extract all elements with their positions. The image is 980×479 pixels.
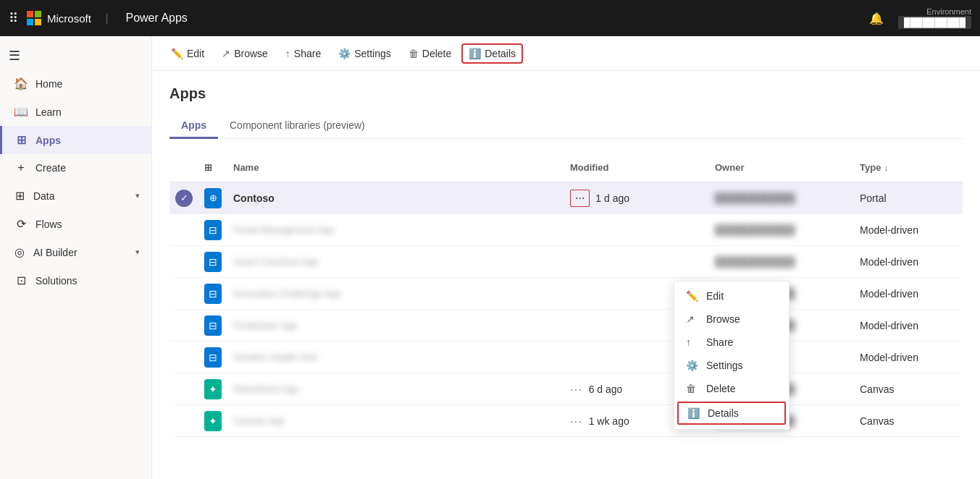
ai-builder-icon: ◎ bbox=[14, 245, 26, 259]
menu-item-delete[interactable]: 🗑 Delete bbox=[674, 377, 789, 400]
delete-icon: 🗑 bbox=[409, 48, 419, 59]
row-name: Asset Checkout App bbox=[227, 253, 564, 270]
waffle-icon[interactable]: ⠿ bbox=[9, 10, 18, 26]
data-icon: ⊞ bbox=[14, 189, 26, 203]
settings-icon: ⚙️ bbox=[686, 360, 699, 371]
sidebar-item-label: Learn bbox=[35, 106, 62, 118]
sidebar-item-label: AI Builder bbox=[33, 247, 135, 258]
toolbar: ✏️ Edit ↗ Browse ↑ Share ⚙️ Settings 🗑 D… bbox=[152, 36, 980, 71]
info-icon: ℹ️ bbox=[687, 407, 700, 419]
row-type: Model-driven bbox=[854, 253, 963, 271]
row-icon: ⊟ bbox=[198, 281, 227, 307]
sidebar: ☰ 🏠 Home 📖 Learn ⊞ Apps + Create ⊞ Data … bbox=[0, 36, 152, 479]
col-type[interactable]: Type ↓ bbox=[854, 159, 963, 176]
sort-icon: ↓ bbox=[884, 164, 888, 172]
table-row[interactable]: ⊟ Asset Checkout App ████████████ Model-… bbox=[169, 246, 963, 278]
table-row[interactable]: ⊟ Innovation Challenge App ████████████ … bbox=[169, 278, 963, 310]
browse-label: Browse bbox=[234, 48, 268, 59]
col-owner[interactable]: Owner bbox=[709, 159, 854, 176]
row-check bbox=[169, 355, 198, 360]
row-check: ✓ bbox=[169, 187, 198, 210]
row-icon: ⊕ bbox=[198, 185, 227, 211]
table-row[interactable]: ✦ SharePoint App ··· 6 d ago ███████████… bbox=[169, 373, 963, 405]
row-type: Model-driven bbox=[854, 221, 963, 239]
row-name: Solution Health Hub bbox=[227, 349, 564, 365]
row-owner: ████████████ bbox=[709, 221, 854, 238]
col-name[interactable]: Name bbox=[227, 159, 564, 176]
table-row[interactable]: ⊟ Portal Management App ████████████ Mod… bbox=[169, 214, 963, 246]
row-check bbox=[169, 227, 198, 233]
learn-icon: 📖 bbox=[14, 105, 28, 119]
microsoft-text: Microsoft bbox=[47, 12, 91, 25]
tab-component-libraries[interactable]: Component libraries (preview) bbox=[218, 114, 377, 139]
row-owner: ████████████ bbox=[709, 253, 854, 270]
menu-item-details[interactable]: ℹ️ Details bbox=[677, 402, 786, 425]
sidebar-item-ai-builder[interactable]: ◎ AI Builder ▾ bbox=[0, 238, 151, 266]
edit-button[interactable]: ✏️ Edit bbox=[164, 43, 212, 64]
share-icon: ↑ bbox=[686, 336, 699, 348]
app-icon: ⊟ bbox=[204, 252, 222, 272]
row-icon: ✦ bbox=[198, 376, 227, 402]
app-icon: ⊕ bbox=[204, 188, 222, 208]
col-modified[interactable]: Modified bbox=[564, 159, 709, 176]
row-modified bbox=[564, 227, 709, 233]
row-type: Canvas bbox=[854, 381, 963, 398]
row-name: Innovation Challenge App bbox=[227, 285, 564, 302]
share-icon: ↑ bbox=[285, 48, 290, 59]
environment-label: Environment bbox=[926, 7, 971, 16]
info-icon: ℹ️ bbox=[469, 48, 481, 59]
grid-icon: ⊞ bbox=[204, 162, 212, 173]
share-button[interactable]: ↑ Share bbox=[278, 43, 328, 64]
delete-button[interactable]: 🗑 Delete bbox=[401, 43, 458, 64]
browse-icon: ↗ bbox=[686, 313, 699, 325]
sidebar-item-learn[interactable]: 📖 Learn bbox=[0, 98, 151, 126]
sidebar-item-label: Home bbox=[35, 78, 62, 90]
sidebar-item-flows[interactable]: ⟳ Flows bbox=[0, 210, 151, 238]
sidebar-item-home[interactable]: 🏠 Home bbox=[0, 69, 151, 98]
table-row[interactable]: ⊟ Solution Health Hub ██████ Model-drive… bbox=[169, 342, 963, 373]
sidebar-toggle[interactable]: ☰ bbox=[0, 42, 151, 69]
menu-item-settings[interactable]: ⚙️ Settings bbox=[674, 354, 789, 377]
row-modified bbox=[564, 259, 709, 265]
row-owner: ████████████ bbox=[709, 190, 854, 206]
app-title: Power Apps bbox=[125, 12, 187, 25]
row-type: Canvas bbox=[854, 412, 963, 430]
sidebar-item-label: Flows bbox=[35, 219, 62, 230]
row-type: Model-driven bbox=[854, 317, 963, 334]
sidebar-item-apps[interactable]: ⊞ Apps bbox=[0, 126, 151, 154]
row-name: Contoso bbox=[227, 190, 564, 207]
content-area: Apps Apps Component libraries (preview) … bbox=[152, 71, 980, 479]
menu-item-browse[interactable]: ↗ Browse bbox=[674, 308, 789, 331]
app-icon: ⊟ bbox=[204, 347, 222, 368]
settings-label: Settings bbox=[354, 48, 391, 59]
table-row[interactable]: ✦ Canvas App ··· 1 wk ago ████████████ C… bbox=[169, 405, 963, 437]
settings-button[interactable]: ⚙️ Settings bbox=[331, 43, 398, 64]
menu-item-share[interactable]: ↑ Share bbox=[674, 331, 789, 354]
sidebar-item-solutions[interactable]: ⊡ Solutions bbox=[0, 266, 151, 294]
sidebar-item-create[interactable]: + Create bbox=[0, 154, 151, 182]
delete-icon: 🗑 bbox=[686, 383, 699, 394]
row-name: Portal Management App bbox=[227, 221, 564, 238]
edit-label: Edit bbox=[187, 48, 204, 59]
browse-button[interactable]: ↗ Browse bbox=[214, 43, 275, 64]
create-icon: + bbox=[14, 161, 28, 174]
menu-item-edit[interactable]: ✏️ Edit bbox=[674, 284, 789, 308]
tab-apps[interactable]: Apps bbox=[169, 114, 218, 139]
app-icon: ✦ bbox=[204, 411, 222, 431]
table-row[interactable]: ⊟ Fundraiser App ████████████ Model-driv… bbox=[169, 310, 963, 342]
more-options-button[interactable]: ··· bbox=[570, 190, 590, 207]
sidebar-item-data[interactable]: ⊞ Data ▾ bbox=[0, 182, 151, 210]
notifications-icon[interactable]: 🔔 bbox=[869, 12, 884, 25]
row-icon: ✦ bbox=[198, 408, 227, 434]
sidebar-item-label: Solutions bbox=[35, 275, 78, 287]
row-check bbox=[169, 418, 198, 424]
environment-selector[interactable]: Environment ██████████ bbox=[898, 7, 971, 29]
app-icon: ⊟ bbox=[204, 220, 222, 240]
table-row[interactable]: ✓ ⊕ Contoso ··· 1 d ago ████████████ Por… bbox=[169, 182, 963, 214]
page-title: Apps bbox=[169, 85, 963, 102]
row-name: Fundraiser App bbox=[227, 317, 564, 334]
row-check bbox=[169, 386, 198, 392]
sidebar-item-label: Create bbox=[35, 162, 66, 174]
details-button[interactable]: ℹ️ Details bbox=[461, 43, 523, 64]
settings-icon: ⚙️ bbox=[338, 48, 351, 59]
